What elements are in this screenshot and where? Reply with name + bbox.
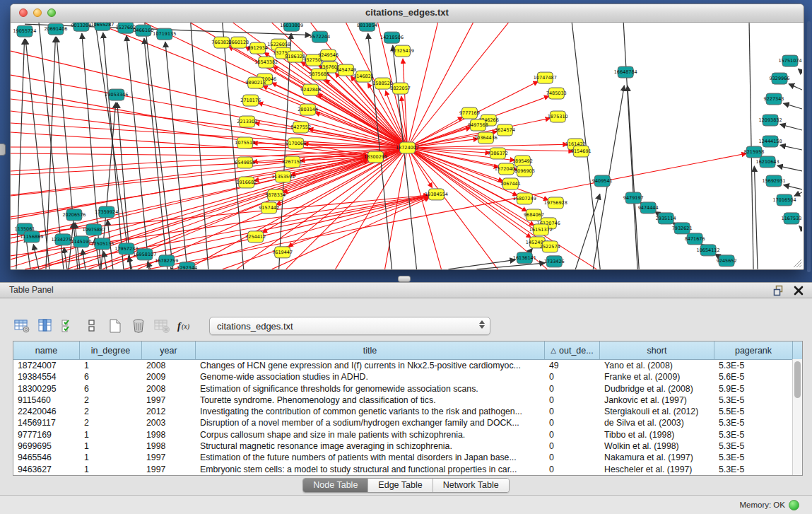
network-node[interactable]: 1875310 <box>548 111 568 122</box>
network-node[interactable]: 8572244 <box>310 31 330 42</box>
network-node[interactable]: 1733426 <box>544 256 565 267</box>
network-node[interactable]: 8427552 <box>290 122 311 133</box>
network-node[interactable]: 8466160 <box>133 25 153 36</box>
column-chooser-icon[interactable] <box>36 317 54 335</box>
network-node[interactable]: 19055724 <box>13 25 36 37</box>
network-node[interactable]: 9409541 <box>592 175 613 187</box>
new-document-icon[interactable] <box>106 317 124 335</box>
network-node[interactable]: 10655287 <box>90 23 114 30</box>
network-node[interactable]: 12325419 <box>391 45 414 57</box>
network-node[interactable]: 9249546 <box>318 49 339 61</box>
table-settings-icon[interactable] <box>13 317 31 335</box>
column-header-out_de[interactable]: △out_de... <box>545 341 600 359</box>
network-node[interactable]: 17016504 <box>773 194 796 206</box>
network-node[interactable]: 10654112 <box>697 245 720 256</box>
network-node[interactable]: 2803144 <box>298 104 318 115</box>
network-node[interactable]: 8267150 <box>282 156 302 168</box>
window-title-bar[interactable]: citations_edges.txt <box>11 4 804 23</box>
network-node[interactable]: 8096903 <box>514 165 535 177</box>
tab-edge-table[interactable]: Edge Table <box>368 479 433 492</box>
network-node[interactable]: 9154691 <box>571 146 592 157</box>
network-node[interactable]: 20364436 <box>474 132 498 144</box>
table-row[interactable]: 946362711997Embryonic stem cells: a mode… <box>13 464 802 475</box>
network-node[interactable]: 9329966 <box>770 73 790 84</box>
network-node[interactable]: 1916682 <box>236 177 257 188</box>
network-node[interactable]: 5878334 <box>265 189 286 201</box>
table-row[interactable]: 1830029562008Estimation of significance … <box>13 383 802 395</box>
tab-network-table[interactable]: Network Table <box>433 479 509 492</box>
network-node[interactable]: 20206576 <box>62 209 86 221</box>
network-node[interactable]: 6549855 <box>235 157 255 168</box>
float-panel-icon[interactable] <box>772 284 785 297</box>
network-node[interactable]: 16543382 <box>254 57 278 68</box>
row-height-icon[interactable] <box>83 317 101 335</box>
network-node[interactable]: 2718176 <box>240 95 261 106</box>
network-node[interactable]: 1145190 <box>71 236 91 247</box>
network-node[interactable]: 15751074 <box>779 55 802 66</box>
table-row[interactable]: 1938455462009Genome-wide association stu… <box>13 371 802 382</box>
network-node[interactable]: 16648784 <box>614 66 637 78</box>
control-panel-notch[interactable] <box>0 144 6 156</box>
function-icon[interactable]: f(x) <box>176 317 194 335</box>
network-node[interactable]: 1075513 <box>235 137 255 148</box>
network-node[interactable]: 16136141 <box>513 252 536 264</box>
column-header-pagerank[interactable]: pagerank <box>714 341 793 359</box>
close-panel-icon[interactable] <box>792 284 805 297</box>
table-scrollbar[interactable] <box>792 359 802 475</box>
network-node[interactable]: 17359924 <box>95 206 118 218</box>
network-node[interactable]: 7485033 <box>546 88 567 99</box>
table-selector-dropdown[interactable]: citations_edges.txt <box>209 317 490 335</box>
network-canvas[interactable]: 1872400718300295766382286601288912934152… <box>11 23 802 269</box>
table-scrollbar-thumb[interactable] <box>794 361 801 398</box>
network-node[interactable]: 16033809 <box>280 23 303 31</box>
network-node[interactable]: 9013284 <box>71 23 91 31</box>
network-node[interactable]: 9890213 <box>245 77 266 88</box>
table-row[interactable]: 911546021997Tourette syndrome. Phenomeno… <box>13 395 802 406</box>
column-header-year[interactable]: year <box>142 341 196 359</box>
network-node[interactable]: 7386372 <box>488 148 508 159</box>
table-row[interactable]: 969969511998Structural magnetic resonanc… <box>13 440 802 452</box>
network-node[interactable]: 2213303 <box>237 116 257 127</box>
network-node[interactable]: 2935114 <box>656 213 676 224</box>
network-node[interactable]: 19756928 <box>544 197 567 209</box>
network-node[interactable]: 9170064 <box>286 138 306 149</box>
network-node[interactable]: 8186328 <box>285 51 305 62</box>
network-node[interactable]: 8822057 <box>390 83 411 94</box>
network-node[interactable]: 9146821 <box>353 71 374 82</box>
network-node[interactable]: 1292344 <box>177 262 197 269</box>
table-row[interactable]: 2242004622012Investigating the contribut… <box>13 406 802 417</box>
table-row[interactable]: 1872400712008Changes of HCN gene express… <box>13 360 802 371</box>
network-node[interactable]: 12093832 <box>759 115 782 126</box>
network-node[interactable]: 7254412 <box>245 231 266 243</box>
network-node[interactable]: 9497568 <box>468 119 488 131</box>
network-node[interactable]: 9157442 <box>259 202 279 214</box>
network-node[interactable]: 12444158 <box>759 136 782 147</box>
network-node[interactable]: 7619447 <box>272 247 293 258</box>
tab-node-table[interactable]: Node Table <box>303 479 368 492</box>
network-node[interactable]: 2522574 <box>540 241 560 252</box>
network-node[interactable]: 9777169 <box>459 107 480 119</box>
network-node[interactable]: 8215958 <box>744 146 765 158</box>
network-node[interactable]: 8912934 <box>247 42 268 54</box>
network-node[interactable]: 8471676 <box>685 233 705 245</box>
network-node[interactable]: 1067441 <box>500 178 521 189</box>
network-node[interactable]: 9474444 <box>638 202 659 214</box>
select-rows-icon[interactable] <box>59 317 78 335</box>
column-header-title[interactable]: title <box>196 341 545 359</box>
panel-splitter-handle[interactable] <box>398 276 411 282</box>
network-node[interactable]: 1167533 <box>782 213 802 224</box>
network-node[interactable]: 8660128 <box>228 37 249 48</box>
table-row[interactable]: 1456911722003Disruption of a novel membe… <box>13 417 802 428</box>
network-node[interactable]: 14218506 <box>380 32 404 43</box>
network-node[interactable]: 3624574 <box>495 124 515 136</box>
table-row[interactable]: 977716911998Corpus callosum shape and si… <box>13 429 802 440</box>
network-node[interactable]: 8813054 <box>357 23 377 31</box>
network-node[interactable]: 9242848 <box>300 84 321 95</box>
column-header-name[interactable]: name <box>13 341 80 359</box>
network-node[interactable]: 15692931 <box>763 175 786 187</box>
trash-icon[interactable] <box>129 317 148 335</box>
network-node[interactable]: 9479197 <box>623 192 644 204</box>
network-node[interactable]: 9245652 <box>717 255 737 267</box>
network-node[interactable]: 9684067 <box>524 209 544 221</box>
network-node[interactable]: 5875685 <box>309 69 329 80</box>
